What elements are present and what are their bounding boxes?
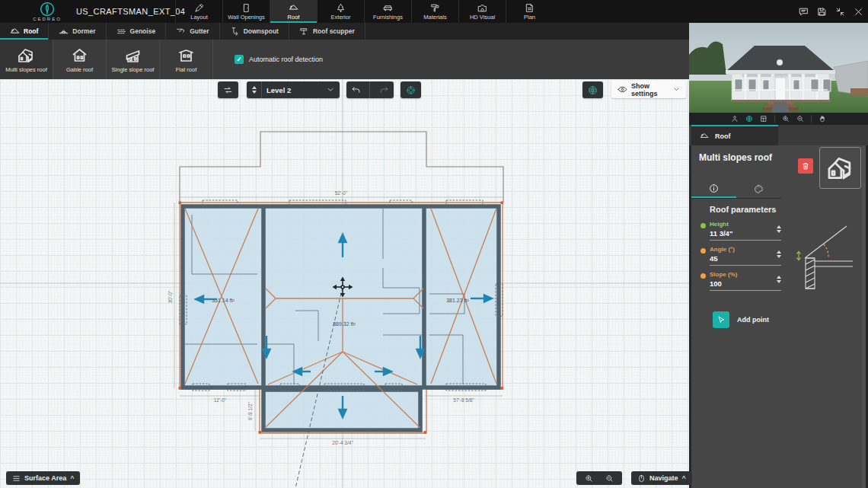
pointer-icon: [716, 315, 726, 325]
document-icon: [525, 3, 535, 13]
level-value: Level 2: [266, 86, 322, 94]
compass-icon: [406, 85, 416, 95]
dim-bottom-left: 12'-0": [214, 397, 227, 403]
door-icon: [241, 3, 251, 13]
walkthrough-icon[interactable]: [731, 115, 739, 123]
surface-area-label: Surface Area: [24, 474, 66, 482]
param-label: Slope (%): [710, 271, 781, 278]
undo-icon[interactable]: [351, 85, 361, 95]
ribbon-tab-downspout[interactable]: Downspout: [220, 23, 289, 40]
tab-plan[interactable]: Plan: [506, 0, 553, 23]
cedreo-logo-icon: [39, 1, 56, 18]
project-title: US_CRAFTSMAN_EXT_04: [76, 0, 185, 23]
add-point-button[interactable]: Add point: [713, 311, 769, 328]
list-icon: [12, 474, 21, 483]
tab-hd-visual[interactable]: HD Visual: [458, 0, 506, 23]
ribbon-tab-roof[interactable]: Roof: [0, 23, 49, 40]
panel-tab-roof[interactable]: Roof: [691, 125, 778, 145]
panel-scrollbar[interactable]: [862, 145, 866, 488]
gable-roof-icon: [69, 46, 90, 65]
chevron-up-icon: ^: [682, 474, 686, 482]
ribbon-tab-dormer[interactable]: Dormer: [49, 23, 106, 40]
single-slope-roof-icon: [123, 46, 143, 65]
tool-single-slope-roof[interactable]: Single slope roof: [107, 40, 160, 79]
selected-tool-name: Multi slopes roof: [699, 152, 772, 163]
dim-bottom-right: 57'-8 5/8": [453, 397, 474, 403]
floor-plan-view-icon[interactable]: [760, 115, 767, 123]
tab-layout[interactable]: Layout: [175, 0, 222, 23]
scupper-icon: [299, 27, 309, 37]
globe-view-icon[interactable]: [745, 115, 753, 123]
cedreo-logo[interactable]: CEDREO: [26, 1, 69, 22]
sofa-icon: [383, 3, 393, 13]
height-stepper[interactable]: [777, 225, 781, 233]
tab-label: Furnishings: [373, 14, 403, 21]
show-settings-dropdown[interactable]: Show settings: [611, 81, 686, 98]
area-right: 381.23 ft²: [446, 298, 469, 303]
planter: [850, 88, 868, 96]
ribbon-tab-gutter[interactable]: Gutter: [166, 23, 220, 40]
ribbon-tab-genoise[interactable]: Genoise: [107, 23, 167, 40]
palette-icon: [754, 184, 764, 194]
zoom-in-icon[interactable]: [585, 474, 593, 483]
gutter-icon: [176, 27, 186, 37]
tree-icon: [336, 3, 346, 13]
pan-icon[interactable]: [819, 115, 826, 123]
undo-redo-group: [346, 81, 394, 98]
tab-label: Layout: [190, 14, 208, 21]
angle-stepper[interactable]: [777, 250, 781, 258]
subtab-info[interactable]: [691, 180, 736, 198]
zoom-out-icon[interactable]: [605, 474, 614, 483]
slope-stepper[interactable]: [777, 276, 781, 283]
params-title: Roof parameters: [710, 205, 776, 214]
zoom-out-icon[interactable]: [796, 115, 804, 123]
comment-icon[interactable]: [799, 7, 809, 17]
tool-flat-roof[interactable]: Flat roof: [160, 40, 213, 79]
area-center: 889.32 ft²: [333, 321, 356, 327]
app-window: CEDREO US_CRAFTSMAN_EXT_04 Layout Wall O…: [0, 0, 868, 488]
param-label: Angle (°): [710, 246, 781, 253]
redo-icon[interactable]: [379, 85, 389, 95]
tab-furnishings[interactable]: Furnishings: [364, 0, 411, 23]
tool-gable-roof[interactable]: Gable roof: [53, 40, 107, 79]
tab-materials[interactable]: Materials: [411, 0, 458, 23]
tab-exterior[interactable]: Exterior: [317, 0, 364, 23]
collapse-icon[interactable]: [835, 7, 845, 17]
tab-label: Materials: [423, 14, 446, 21]
height-input[interactable]: 11 3/4": [710, 229, 781, 238]
tool-multi-slopes-roof[interactable]: Multi slopes roof: [0, 40, 53, 79]
auto-roof-detection-checkbox[interactable]: ✓: [235, 55, 244, 64]
close-icon[interactable]: [854, 7, 863, 17]
compass-button[interactable]: [400, 81, 421, 98]
tool-label: Flat roof: [176, 66, 197, 73]
level-selector[interactable]: Level 2: [247, 81, 340, 98]
preview-3d[interactable]: [689, 23, 868, 113]
tab-wall-openings[interactable]: Wall Openings: [222, 0, 270, 23]
ribbon-label: Gutter: [190, 27, 209, 35]
ribbon-label: Dormer: [72, 27, 95, 35]
navigate-button[interactable]: Navigate ^: [631, 471, 692, 485]
flat-roof-icon: [176, 46, 196, 65]
surface-area-button[interactable]: Surface Area ^: [6, 471, 80, 485]
tab-label: Roof: [288, 14, 300, 21]
multi-slopes-roof-icon: [825, 154, 857, 183]
floor-plan-canvas[interactable]: 52'-0" 12'-0" 57'-8 5/8" 20'-4 3/4" 30'-…: [0, 79, 689, 488]
tool-label: Single slope roof: [112, 66, 155, 73]
angle-dot: [700, 248, 706, 254]
slope-input[interactable]: 100: [710, 279, 781, 288]
save-icon[interactable]: [817, 7, 827, 17]
switch-view-button[interactable]: [218, 81, 238, 98]
level-stepper[interactable]: [252, 86, 257, 94]
subtab-materials[interactable]: [736, 180, 781, 198]
navigate-label: Navigate: [649, 474, 678, 482]
angle-input[interactable]: 45: [710, 254, 781, 263]
delete-roof-button[interactable]: [798, 158, 813, 174]
ribbon-tab-roof-scupper[interactable]: Roof scupper: [289, 23, 365, 40]
ribbon-label: Roof scupper: [313, 27, 355, 35]
roof-type-thumbnail[interactable]: [819, 147, 861, 189]
zoom-in-icon[interactable]: [782, 115, 790, 123]
roof-section-diagram: [789, 218, 863, 295]
geolocation-button[interactable]: [582, 81, 603, 98]
tab-roof[interactable]: Roof: [270, 0, 317, 23]
chevron-up-icon: ^: [70, 474, 74, 482]
